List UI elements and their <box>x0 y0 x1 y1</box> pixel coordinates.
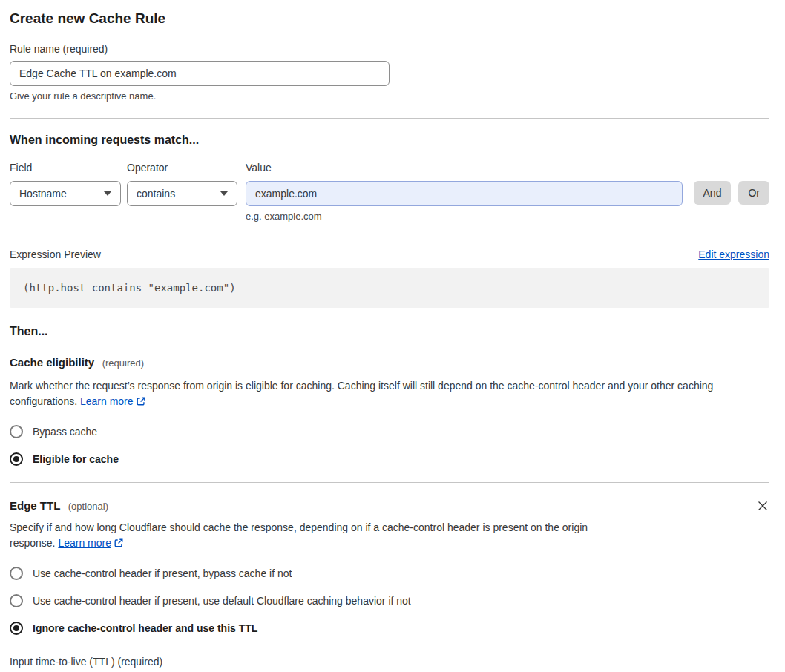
edge-ttl-description: Specify if and how long Cloudflare shoul… <box>10 520 627 551</box>
operator-select[interactable]: contains <box>127 181 237 206</box>
section-divider <box>10 482 769 483</box>
radio-dot <box>13 456 19 462</box>
edge-ttl-heading-row: Edge TTL (optional) <box>10 499 769 513</box>
radio-option-label: Use cache-control header if present, use… <box>33 595 411 607</box>
field-select-value: Hostname <box>19 188 67 200</box>
value-label: Value <box>246 162 683 174</box>
cache-eligibility-learn-more-link[interactable]: Learn more <box>80 395 146 407</box>
learn-more-label: Learn more <box>80 395 134 407</box>
radio-icon <box>10 567 23 580</box>
radio-option-label: Use cache-control header if present, byp… <box>33 567 292 579</box>
radio-icon <box>10 622 23 635</box>
chevron-down-icon <box>104 191 111 196</box>
and-button[interactable]: And <box>694 181 732 205</box>
expression-preview-label: Expression Preview <box>10 248 101 260</box>
radio-icon <box>10 452 23 466</box>
value-input[interactable] <box>246 181 683 206</box>
cache-eligibility-heading-row: Cache eligibility (required) <box>10 356 769 369</box>
external-link-icon <box>136 396 146 406</box>
radio-icon <box>10 425 23 438</box>
operator-label: Operator <box>127 162 237 174</box>
radio-option-bypass-cache[interactable]: Bypass cache <box>10 425 769 438</box>
cache-eligibility-description: Mark whether the request’s response from… <box>10 378 769 409</box>
cache-eligibility-required-note: (required) <box>102 358 144 369</box>
operator-column: Operator contains <box>127 162 237 222</box>
match-expression-row: Field Hostname Operator contains Value e… <box>10 162 769 222</box>
match-heading: When incoming requests match... <box>10 133 769 147</box>
edge-ttl-heading: Edge TTL <box>10 499 60 512</box>
value-column: Value e.g. example.com <box>246 162 683 222</box>
radio-option-ignore-header-use-ttl[interactable]: Ignore cache-control header and use this… <box>10 622 769 635</box>
expression-code-box: (http.host contains "example.com") <box>10 268 769 308</box>
edge-ttl-optional-note: (optional) <box>68 501 108 512</box>
ttl-label: Input time-to-live (TTL) (required) <box>10 656 769 668</box>
field-select[interactable]: Hostname <box>10 181 121 206</box>
field-label: Field <box>10 162 121 174</box>
radio-option-use-header-default[interactable]: Use cache-control header if present, use… <box>10 594 769 607</box>
expression-code: (http.host contains "example.com") <box>23 282 236 294</box>
close-icon[interactable] <box>756 500 769 513</box>
radio-option-eligible-for-cache[interactable]: Eligible for cache <box>10 452 769 466</box>
operator-select-value: contains <box>137 188 175 200</box>
radio-option-label: Ignore cache-control header and use this… <box>33 622 257 634</box>
radio-option-use-header-bypass[interactable]: Use cache-control header if present, byp… <box>10 567 769 580</box>
radio-option-label: Bypass cache <box>33 426 97 438</box>
external-link-icon <box>114 538 124 548</box>
rule-name-label: Rule name (required) <box>10 43 769 56</box>
learn-more-label: Learn more <box>58 537 111 549</box>
chevron-down-icon <box>220 191 228 196</box>
radio-icon <box>10 594 23 607</box>
rule-name-help: Give your rule a descriptive name. <box>10 90 769 102</box>
radio-option-label: Eligible for cache <box>33 453 119 465</box>
edge-ttl-learn-more-link[interactable]: Learn more <box>58 537 124 549</box>
rule-name-input[interactable] <box>10 61 390 86</box>
or-button[interactable]: Or <box>738 181 769 205</box>
cache-eligibility-heading: Cache eligibility <box>10 356 94 369</box>
then-heading: Then... <box>10 324 769 338</box>
radio-dot <box>13 625 19 631</box>
ttl-input-group: Input time-to-live (TTL) (required) 1 da… <box>10 656 769 672</box>
page-title: Create new Cache Rule <box>10 10 769 27</box>
field-column: Field Hostname <box>10 162 121 222</box>
and-or-buttons: And Or <box>694 162 769 222</box>
value-help: e.g. example.com <box>246 211 683 222</box>
rule-name-group: Rule name (required) Give your rule a de… <box>10 43 769 102</box>
expression-preview-row: Expression Preview Edit expression <box>10 248 769 260</box>
edit-expression-link[interactable]: Edit expression <box>698 248 769 260</box>
section-divider <box>10 118 769 119</box>
create-cache-rule-form: Create new Cache Rule Rule name (require… <box>10 10 769 672</box>
